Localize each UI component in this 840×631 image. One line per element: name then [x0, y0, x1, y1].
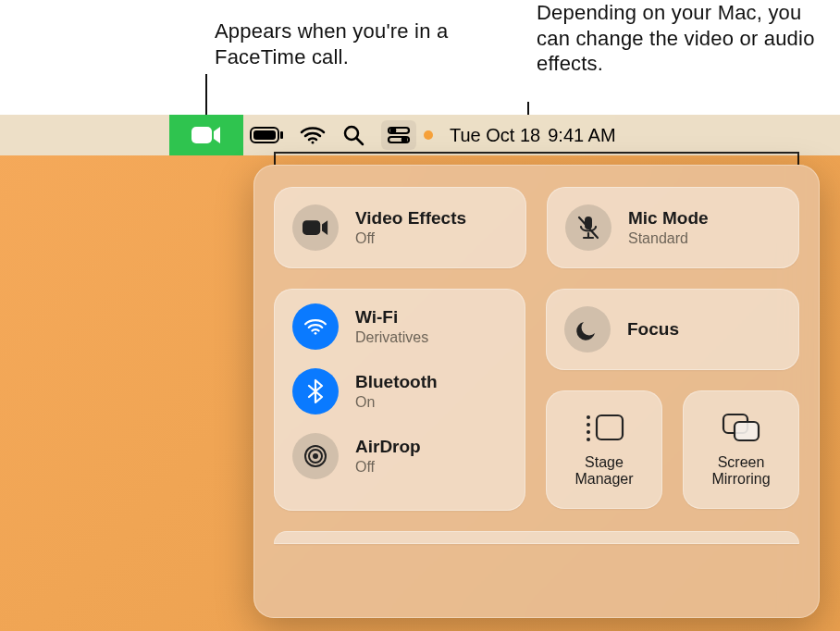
bluetooth-icon [292, 368, 339, 414]
screen-mirroring-label: Screen Mirroring [692, 454, 790, 489]
stage-manager-label: Stage Manager [555, 454, 653, 489]
annotation-effects: Depending on your Mac, you can change th… [537, 0, 833, 77]
svg-point-22 [587, 423, 590, 427]
menubar-clock[interactable]: Tue Oct 189:41 AM [450, 125, 616, 146]
mic-indicator-dot [424, 130, 433, 140]
wifi-row[interactable]: Wi-Fi Derivatives [292, 303, 507, 350]
mic-muted-icon [565, 204, 611, 251]
bluetooth-row[interactable]: Bluetooth On [292, 368, 507, 414]
svg-point-4 [312, 142, 315, 144]
svg-rect-26 [735, 422, 759, 440]
wifi-status: Derivatives [355, 329, 428, 346]
svg-line-6 [356, 138, 363, 144]
airdrop-status: Off [355, 459, 421, 476]
svg-point-23 [587, 430, 590, 434]
svg-rect-2 [280, 131, 283, 139]
menubar-date: Tue Oct 18 [450, 125, 540, 145]
spotlight-icon[interactable] [342, 120, 364, 150]
airdrop-icon [292, 433, 339, 479]
video-effects-title: Video Effects [355, 208, 466, 229]
display-tile-partial[interactable] [274, 531, 799, 544]
mic-mode-status: Standard [628, 230, 709, 247]
stage-manager-icon [584, 412, 624, 447]
wifi-icon[interactable] [300, 120, 326, 150]
menu-bar: Tue Oct 189:41 AM [0, 115, 840, 155]
svg-point-17 [313, 453, 318, 459]
focus-title: Focus [627, 319, 679, 340]
stage-manager-tile[interactable]: Stage Manager [546, 390, 662, 509]
screen-mirroring-tile[interactable]: Screen Mirroring [683, 390, 799, 509]
svg-point-24 [587, 438, 590, 441]
mic-mode-tile[interactable]: Mic Mode Standard [547, 187, 799, 268]
video-effects-status: Off [355, 230, 466, 247]
annotation-facetime: Appears when you're in a FaceTime call. [215, 19, 455, 69]
svg-rect-3 [253, 130, 276, 140]
svg-rect-0 [191, 127, 212, 143]
svg-rect-11 [303, 220, 320, 235]
facetime-menubar-button[interactable] [169, 115, 243, 155]
connectivity-tile: Wi-Fi Derivatives Bluetooth On AirDrop [274, 289, 525, 511]
screen-mirroring-icon [721, 412, 761, 447]
svg-point-16 [315, 332, 317, 335]
control-center-panel: Video Effects Off Mic Mode Standard Wi-F… [253, 165, 820, 618]
video-camera-icon [292, 204, 339, 251]
mic-mode-title: Mic Mode [628, 208, 709, 229]
battery-icon[interactable] [250, 120, 283, 150]
svg-point-10 [402, 138, 406, 142]
bluetooth-title: Bluetooth [355, 372, 438, 392]
menubar-time: 9:41 AM [548, 125, 615, 145]
video-camera-icon [191, 125, 221, 145]
airdrop-title: AirDrop [355, 437, 421, 457]
svg-point-8 [391, 129, 395, 132]
bluetooth-status: On [355, 394, 438, 411]
control-center-icon[interactable] [381, 120, 416, 150]
video-effects-tile[interactable]: Video Effects Off [274, 187, 526, 268]
moon-icon [564, 306, 611, 353]
focus-tile[interactable]: Focus [546, 289, 799, 370]
airdrop-row[interactable]: AirDrop Off [292, 433, 507, 479]
wifi-icon [292, 303, 339, 350]
svg-rect-20 [597, 415, 623, 439]
svg-point-21 [587, 415, 590, 419]
panel-bracket [274, 152, 799, 165]
wifi-title: Wi-Fi [355, 307, 428, 328]
